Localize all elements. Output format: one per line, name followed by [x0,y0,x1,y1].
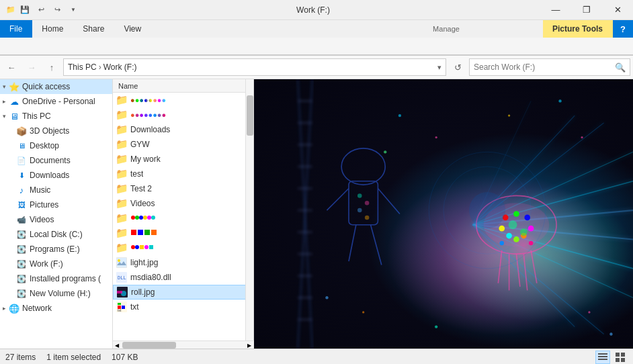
tab-file[interactable]: File [0,20,32,38]
svg-rect-28 [118,303,121,305]
list-item[interactable]: 📁 test [113,167,253,181]
breadcrumb-sep1: › [99,62,101,72]
sidebar-item-downloads[interactable]: ⬇ Downloads [0,168,112,183]
sidebar-item-onedrive[interactable]: ▸ ☁ OneDrive - Personal [0,94,112,109]
svg-rect-102 [598,353,607,355]
back-button[interactable]: ← [3,58,20,76]
svg-rect-7 [138,230,143,235]
folder-icon: 📁 [116,183,128,195]
sidebar-item-desktop[interactable]: 🖥 Desktop [0,138,112,153]
svg-point-94 [325,296,328,299]
scroll-right-btn[interactable]: ▶ [245,341,253,349]
sidebar-item-3dobjects[interactable]: 📦 3D Objects [0,124,112,138]
file-item-name: test [130,169,143,179]
scroll-left-btn[interactable]: ◀ [113,341,121,349]
sidebar-item-installed[interactable]: 💽 Installed programs ( [0,271,112,286]
list-item[interactable]: 📁 ●●●●●●●● [113,107,253,122]
scrollbar-thumb[interactable] [247,95,253,136]
tab-picturetools[interactable]: Picture Tools [543,20,613,38]
svg-rect-24 [117,291,122,293]
svg-point-19 [118,259,120,262]
horizontal-scrollbar[interactable]: ◀ ▶ [113,340,253,349]
sidebar-item-videos[interactable]: 📹 Videos [0,212,112,227]
list-item[interactable]: txt txt [113,300,253,314]
sidebar-item-localdisk[interactable]: 💽 Local Disk (C:) [0,227,112,242]
svg-point-73 [524,215,530,221]
videos-icon: 📹 [16,214,27,225]
chevron-icon: ▸ [3,305,6,312]
refresh-button[interactable]: ↺ [449,58,466,76]
tab-view[interactable]: View [114,20,151,38]
quick-access-toolbar: 📁 💾 ↩ ↪ ▼ [0,3,86,17]
image-icon [116,257,128,269]
sidebar-item-label: Pictures [30,200,58,210]
up-button[interactable]: ↑ [43,58,60,76]
file-item-name: roll.jpg [131,287,155,297]
list-item[interactable]: 📁 [113,240,253,255]
txt-icon: txt [116,301,128,313]
svg-rect-9 [151,230,157,235]
list-item[interactable]: 📁 Test 2 [113,181,253,196]
sidebar-item-label: 3D Objects [30,126,69,136]
minimize-button[interactable]: — [540,0,571,20]
app-icon: 📁 [5,5,16,15]
pictures-icon: 🖼 [16,199,27,210]
list-item[interactable]: 📁 [113,226,253,240]
file-item-name: msdia80.dll [130,273,171,282]
list-item[interactable]: roll.jpg [113,285,253,300]
address-expand[interactable]: ▾ [437,63,441,72]
tab-home[interactable]: Home [32,20,73,38]
folder-icon: 📁 [116,197,128,210]
list-item[interactable]: 📁 [113,211,253,226]
list-item[interactable]: DLL msdia80.dll [113,270,253,285]
redo-qat-btn[interactable]: ↪ [50,3,65,17]
details-view-btn[interactable] [595,351,610,364]
save-qat-btn[interactable]: 💾 [17,3,32,17]
sidebar-item-label: Quick access [22,82,70,91]
music-icon: ♪ [16,185,27,195]
programs-icon: 💽 [16,244,27,255]
svg-point-88 [398,114,401,117]
qat-dropdown-btn[interactable]: ▼ [66,3,81,17]
sidebar-item-pictures[interactable]: 🖼 Pictures [0,197,112,212]
file-list-container: 📁 ●●●●●●●● 📁 ●●●●●●●● 📁 Downloads 📁 G [113,93,253,340]
sidebar-item-work[interactable]: 💽 Work (F:) [0,257,112,271]
sidebar-item-newvolume[interactable]: 💽 New Volume (H:) [0,286,112,301]
sidebar-item-label: Local Disk (C:) [30,230,83,239]
search-bar[interactable]: 🔍 [469,58,630,76]
address-bar[interactable]: This PC › Work (F:) ▾ [63,58,446,76]
list-item[interactable]: light.jpg [113,255,253,270]
svg-point-13 [144,245,149,249]
file-item-name: ●●●●●●●● [130,110,166,120]
tiles-view-btn[interactable] [613,351,628,364]
undo-qat-btn[interactable]: ↩ [34,3,48,17]
tab-share[interactable]: Share [73,20,114,38]
close-button[interactable]: ✕ [602,0,633,20]
list-item[interactable]: 📁 Videos [113,196,253,211]
svg-point-53 [357,193,362,198]
sidebar-item-programs[interactable]: 💽 Programs (E:) [0,242,112,257]
svg-rect-27 [122,306,125,309]
maximize-button[interactable]: ❐ [571,0,602,20]
list-item[interactable]: 📁 GYW [113,137,253,152]
sidebar-item-quick-access[interactable]: ▾ ⭐ Quick access [0,79,112,94]
search-input[interactable] [474,62,612,72]
folder-colored-icon: 📁 [116,94,128,106]
colored-dots2-svg [130,228,164,237]
name-column-header[interactable]: Name [116,82,140,90]
sidebar-item-label: Music [30,185,50,195]
sidebar-item-documents[interactable]: 📄 Documents [0,153,112,168]
downloads-icon: ⬇ [16,170,27,181]
svg-point-92 [558,99,561,102]
list-item[interactable]: 📁 My work [113,152,253,167]
list-item[interactable]: 📁 ●●●●●●●● [113,93,253,107]
sidebar-item-network[interactable]: ▸ 🌐 Network [0,301,112,316]
svg-point-91 [508,114,510,116]
help-button[interactable]: ? [613,20,633,38]
vertical-scrollbar[interactable]: ▼ [245,93,253,349]
sidebar-item-music[interactable]: ♪ Music [0,183,112,197]
folder-icon: 📁 [116,168,128,180]
sidebar-item-thispc[interactable]: ▾ 🖥 This PC [0,109,112,124]
list-item[interactable]: 📁 Downloads [113,122,253,137]
h-scrollbar-thumb[interactable] [122,342,176,349]
